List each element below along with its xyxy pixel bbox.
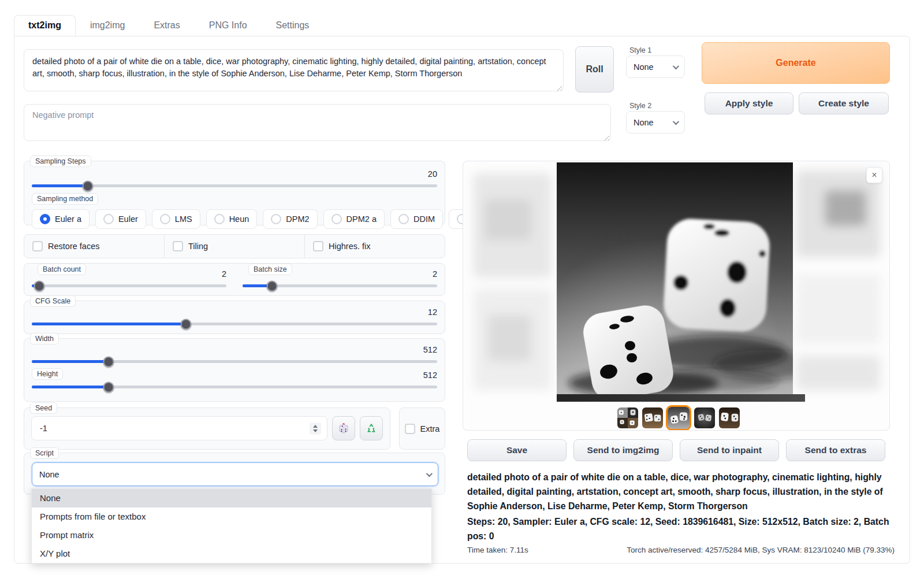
height-label: Height (32, 368, 63, 380)
width-label: Width (30, 333, 59, 344)
send-to-extras-button[interactable]: Send to extras (786, 439, 885, 461)
recycle-icon (365, 422, 378, 435)
sampling-card: Sampling Steps 20 Sampling method Euler … (24, 161, 445, 225)
chevron-down-icon (673, 118, 679, 124)
slider-thumb[interactable] (266, 280, 277, 291)
sampling-method-group: Euler a Euler LMS Heun DPM2 DPM2 a DDIM … (32, 209, 437, 229)
batch-size-slider[interactable] (243, 284, 437, 287)
gallery-thumbnail-4[interactable] (693, 406, 716, 429)
slider-thumb[interactable] (34, 280, 45, 291)
dimensions-card: Width 512 Height 512 (24, 338, 445, 402)
gallery-blur-right (793, 165, 885, 393)
script-option-prompts-from-file[interactable]: Prompts from file or textbox (32, 507, 431, 526)
batch-size-value: 2 (433, 269, 437, 279)
radio-dpm2-a[interactable]: DPM2 a (323, 209, 385, 229)
tab-settings[interactable]: Settings (262, 15, 324, 36)
chevron-down-icon (426, 470, 433, 476)
radio-euler-a[interactable]: Euler a (32, 209, 90, 229)
radio-lms[interactable]: LMS (152, 209, 200, 229)
tab-txt2img[interactable]: txt2img (14, 15, 76, 36)
style2-label: Style 2 (629, 102, 651, 110)
radio-dot (398, 214, 409, 224)
radio-dot (214, 214, 225, 224)
roll-button[interactable]: Roll (575, 46, 614, 92)
gallery-thumbnail-5[interactable] (718, 406, 741, 429)
seed-stepper[interactable] (310, 423, 321, 435)
cfg-slider[interactable] (32, 323, 437, 325)
script-select[interactable]: None (32, 462, 438, 486)
sampling-steps-label: Sampling Steps (30, 155, 91, 167)
sampling-method-label: Sampling method (32, 193, 98, 205)
seed-input[interactable]: -1 (31, 416, 327, 440)
slider-thumb[interactable] (103, 356, 114, 367)
script-option-none[interactable]: None (32, 489, 431, 507)
gallery-strip-background (557, 394, 805, 402)
generate-button[interactable]: Generate (702, 42, 890, 84)
random-seed-button[interactable] (332, 416, 355, 440)
style1-select[interactable]: None (626, 55, 685, 78)
cfg-scale-label: CFG Scale (30, 295, 76, 307)
radio-dot (160, 214, 170, 224)
highres-fix-checkbox[interactable]: Highres. fix (313, 241, 371, 251)
slider-thumb[interactable] (82, 180, 93, 191)
generation-info: detailed photo of a pair of white die on… (467, 470, 895, 554)
script-option-prompt-matrix[interactable]: Prompt matrix (32, 526, 431, 544)
radio-ddim[interactable]: DDIM (390, 209, 443, 229)
batch-count-label: Batch count (38, 264, 86, 275)
tab-img2img[interactable]: img2img (76, 15, 139, 36)
tab-bar: txt2img img2img Extras PNG Info Settings (14, 15, 323, 36)
radio-dpm2[interactable]: DPM2 (263, 209, 317, 229)
slider-thumb[interactable] (103, 381, 114, 392)
gallery-thumbnail-2[interactable] (641, 406, 664, 429)
tiling-checkbox[interactable]: Tiling (173, 241, 208, 251)
cfg-card: CFG Scale 12 (24, 301, 445, 334)
reuse-seed-button[interactable] (360, 416, 383, 440)
output-parameters: Steps: 20, Sampler: Euler a, CFG scale: … (467, 514, 895, 543)
apply-style-button[interactable]: Apply style (705, 92, 793, 114)
result-gallery: × (463, 161, 890, 431)
height-slider[interactable] (32, 386, 437, 388)
radio-dot (40, 214, 50, 224)
tab-extras[interactable]: Extras (139, 15, 194, 36)
radio-heun[interactable]: Heun (206, 209, 258, 229)
style2-select[interactable]: None (626, 111, 685, 134)
batch-count-slider[interactable] (32, 284, 226, 287)
step-down-icon (313, 429, 318, 432)
style2-value: None (634, 118, 673, 127)
dice-icon (337, 422, 350, 435)
toggles-card: Restore faces Tiling Highres. fix (24, 234, 445, 258)
restore-faces-checkbox[interactable]: Restore faces (32, 241, 99, 251)
extra-card: Extra (399, 407, 445, 450)
cfg-value: 12 (428, 307, 437, 317)
prompt-input[interactable]: detailed photo of a pair of white die on… (24, 49, 564, 91)
batch-size-label: Batch size (248, 264, 292, 275)
width-slider[interactable] (32, 360, 437, 363)
send-to-inpaint-button[interactable]: Send to inpaint (680, 439, 779, 461)
main-panel: detailed photo of a pair of white die on… (14, 36, 910, 564)
script-option-xy-plot[interactable]: X/Y plot (32, 544, 431, 563)
sampling-steps-value: 20 (428, 169, 437, 179)
height-value: 512 (423, 370, 437, 380)
radio-dot (271, 214, 281, 224)
script-dropdown-menu: None Prompts from file or textbox Prompt… (31, 488, 432, 564)
vram-stats: Torch active/reserved: 4257/5284 MiB, Sy… (627, 546, 895, 554)
radio-dot (331, 214, 342, 224)
generated-image[interactable] (557, 162, 793, 394)
save-button[interactable]: Save (467, 439, 567, 461)
radio-euler[interactable]: Euler (95, 209, 146, 229)
checkbox-box (405, 424, 415, 434)
create-style-button[interactable]: Create style (799, 92, 889, 114)
tab-png-info[interactable]: PNG Info (195, 15, 262, 36)
slider-thumb[interactable] (180, 318, 191, 329)
negative-prompt-input[interactable] (24, 104, 611, 141)
extra-checkbox[interactable]: Extra (405, 424, 440, 434)
batch-count-value: 2 (222, 269, 226, 279)
script-value: None (39, 470, 426, 479)
sampling-steps-slider[interactable] (32, 184, 437, 187)
send-to-img2img-button[interactable]: Send to img2img (573, 439, 673, 461)
gallery-thumbnail-3-selected[interactable] (666, 405, 691, 431)
batch-card: Batch count 2 Batch size 2 (24, 263, 445, 296)
gallery-thumbnail-1[interactable] (616, 406, 639, 429)
close-icon[interactable]: × (866, 167, 882, 183)
seed-card: Seed -1 (24, 407, 390, 450)
